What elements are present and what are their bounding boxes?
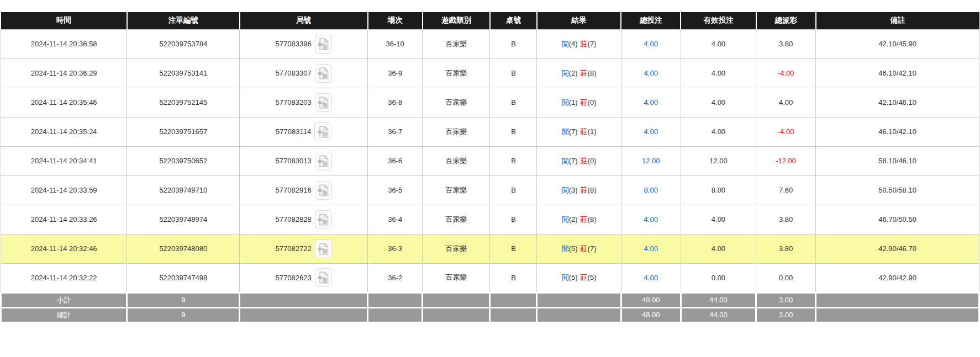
game-type-cell: 百家樂 (423, 263, 490, 292)
footer-empty-cell (490, 292, 537, 307)
remark-cell: 42.10/46.10 (816, 88, 979, 117)
footer-empty-cell (240, 292, 368, 307)
column-header-payout: 總派彩 (756, 12, 816, 29)
replay-video-button[interactable] (315, 181, 332, 200)
time-cell: 2024-11-14 20:35:46 (1, 88, 127, 117)
result-player-label: 閒 (562, 127, 569, 136)
total-bet-link[interactable]: 4.00 (621, 58, 681, 88)
result-player-points: (7) (569, 127, 578, 136)
round-number: 577082828 (276, 215, 312, 223)
session-cell: 36-2 (368, 263, 423, 292)
session-cell: 36-9 (368, 58, 423, 88)
replay-video-button[interactable] (315, 64, 332, 83)
total-bet-link[interactable]: 4.00 (621, 205, 681, 234)
result-player-label: 閒 (562, 157, 569, 165)
footer-empty-cell (368, 307, 423, 322)
footer-empty-cell (240, 307, 368, 322)
table-row[interactable]: 2024-11-14 20:33:26 522039748974 5770828… (1, 205, 979, 234)
result-cell: 閒(5)莊(7) (537, 234, 621, 263)
subtotal-label: 小計 (1, 292, 127, 307)
total-bet-link[interactable]: 4.00 (621, 88, 681, 117)
table-row[interactable]: 2024-11-14 20:36:58 522039753784 5770833… (1, 29, 979, 58)
result-player-points: (2) (569, 215, 578, 223)
payout-cell: 0.00 (756, 263, 816, 292)
replay-video-button[interactable] (315, 210, 332, 229)
result-banker-label: 莊 (581, 98, 588, 106)
session-cell: 36-6 (368, 146, 423, 175)
table-row[interactable]: 2024-11-14 20:35:46 522039752145 5770832… (1, 88, 979, 117)
result-banker-label: 莊 (581, 69, 588, 77)
remark-cell: 42.90/42.90 (816, 263, 979, 292)
round-number: 577082916 (276, 186, 312, 194)
column-header-valid-bet: 有效投注 (681, 12, 756, 29)
column-header-session: 場次 (368, 12, 423, 29)
table-no-cell: B (490, 88, 537, 117)
table-row[interactable]: 2024-11-14 20:33:59 522039749710 5770829… (1, 175, 979, 205)
result-player-label: 閒 (562, 215, 569, 223)
session-cell: 36-3 (368, 234, 423, 263)
result-player-points: (7) (569, 157, 578, 165)
table-row[interactable]: 2024-11-14 20:36:29 522039753141 5770833… (1, 58, 979, 88)
replay-video-button[interactable] (315, 93, 332, 112)
time-cell: 2024-11-14 20:33:59 (1, 175, 127, 205)
result-player-label: 閒 (562, 186, 569, 194)
remark-cell: 46.10/42.10 (816, 58, 979, 88)
records-body: 2024-11-14 20:36:58 522039753784 5770833… (1, 29, 979, 292)
payout-cell: 3.80 (756, 205, 816, 234)
bet-records-table: 時間 注單編號 局號 場次 遊戲類別 桌號 結果 總投注 有效投注 總派彩 備註… (0, 12, 980, 323)
bet-id-cell: 522039753141 (127, 58, 240, 88)
replay-video-button[interactable] (315, 268, 332, 287)
session-cell: 36-5 (368, 175, 423, 205)
game-type-cell: 百家樂 (423, 88, 490, 117)
table-no-cell: B (490, 205, 537, 234)
table-footer: 小計 9 48.00 44.00 3.00 總計 9 48.0 (1, 292, 979, 322)
replay-video-button[interactable] (315, 239, 332, 258)
bet-id-cell: 522039747498 (127, 263, 240, 292)
video-file-icon (318, 243, 329, 255)
total-bet-link[interactable]: 4.00 (621, 234, 681, 263)
result-player-points: (1) (569, 98, 578, 106)
footer-empty-cell (816, 307, 979, 322)
column-header-remark: 備註 (816, 12, 979, 29)
footer-empty-cell (490, 307, 537, 322)
round-number: 577083013 (276, 157, 312, 165)
column-header-game-type: 遊戲類別 (423, 12, 490, 29)
result-player-points: (5) (569, 273, 578, 281)
valid-bet-cell: 12.00 (681, 146, 756, 175)
game-type-cell: 百家樂 (423, 58, 490, 88)
bet-id-cell: 522039750652 (127, 146, 240, 175)
result-cell: 閒(3)莊(8) (537, 175, 621, 205)
page: 時間 注單編號 局號 場次 遊戲類別 桌號 結果 總投注 有效投注 總派彩 備註… (0, 0, 980, 323)
grand-total-valid-bet: 44.00 (681, 307, 756, 322)
result-banker-points: (5) (588, 273, 597, 281)
total-bet-link[interactable]: 4.00 (621, 117, 681, 146)
round-cell: 577082828 (240, 205, 368, 234)
remark-cell: 46.10/42.10 (816, 117, 979, 146)
round-cell: 577083203 (240, 88, 368, 117)
game-type-cell: 百家樂 (423, 29, 490, 58)
total-bet-link[interactable]: 12.00 (621, 146, 681, 175)
result-player-label: 閒 (562, 69, 569, 77)
replay-video-button[interactable] (314, 122, 331, 141)
grand-total-row: 總計 9 48.00 44.00 3.00 (1, 307, 979, 322)
table-row[interactable]: 2024-11-14 20:32:22 522039747498 5770826… (1, 263, 979, 292)
subtotal-payout: 3.00 (756, 292, 816, 307)
round-number: 577083114 (276, 127, 311, 136)
replay-video-button[interactable] (315, 35, 332, 54)
replay-video-button[interactable] (315, 152, 332, 170)
footer-empty-cell (537, 307, 621, 322)
round-cell: 577082916 (240, 175, 368, 205)
subtotal-valid-bet: 44.00 (681, 292, 756, 307)
result-banker-points: (8) (588, 186, 597, 194)
remark-cell: 58.10/46.10 (816, 146, 979, 175)
table-row[interactable]: 2024-11-14 20:35:24 522039751657 5770831… (1, 117, 979, 146)
total-bet-link[interactable]: 4.00 (621, 263, 681, 292)
total-bet-link[interactable]: 4.00 (621, 29, 681, 58)
result-player-points: (2) (569, 69, 578, 77)
result-banker-label: 莊 (581, 244, 588, 253)
total-bet-link[interactable]: 8.00 (621, 175, 681, 205)
session-cell: 36-4 (368, 205, 423, 234)
table-row[interactable]: 2024-11-14 20:34:41 522039750652 5770830… (1, 146, 979, 175)
table-row[interactable]: 2024-11-14 20:32:46 522039748080 5770827… (1, 234, 979, 263)
subtotal-count: 9 (127, 292, 240, 307)
